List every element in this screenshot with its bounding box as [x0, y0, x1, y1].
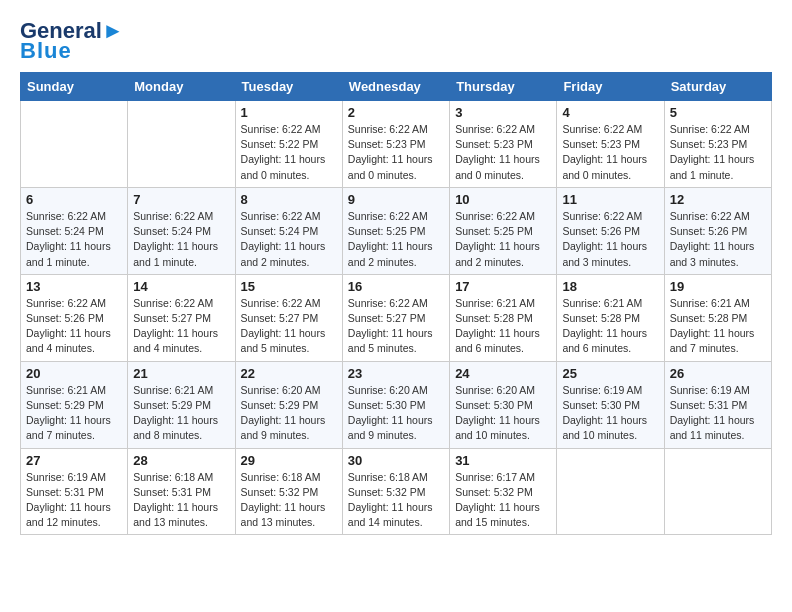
- calendar-header-monday: Monday: [128, 73, 235, 101]
- day-number: 13: [26, 279, 122, 294]
- calendar-cell: 11Sunrise: 6:22 AM Sunset: 5:26 PM Dayli…: [557, 187, 664, 274]
- calendar-cell: 8Sunrise: 6:22 AM Sunset: 5:24 PM Daylig…: [235, 187, 342, 274]
- calendar-cell: 12Sunrise: 6:22 AM Sunset: 5:26 PM Dayli…: [664, 187, 771, 274]
- calendar-cell: 28Sunrise: 6:18 AM Sunset: 5:31 PM Dayli…: [128, 448, 235, 535]
- day-number: 9: [348, 192, 444, 207]
- day-info: Sunrise: 6:22 AM Sunset: 5:25 PM Dayligh…: [348, 209, 444, 270]
- calendar-header-thursday: Thursday: [450, 73, 557, 101]
- day-info: Sunrise: 6:22 AM Sunset: 5:23 PM Dayligh…: [455, 122, 551, 183]
- calendar-cell: 10Sunrise: 6:22 AM Sunset: 5:25 PM Dayli…: [450, 187, 557, 274]
- day-info: Sunrise: 6:21 AM Sunset: 5:29 PM Dayligh…: [133, 383, 229, 444]
- day-info: Sunrise: 6:19 AM Sunset: 5:30 PM Dayligh…: [562, 383, 658, 444]
- calendar-header-saturday: Saturday: [664, 73, 771, 101]
- calendar-cell: 27Sunrise: 6:19 AM Sunset: 5:31 PM Dayli…: [21, 448, 128, 535]
- logo: General► Blue: [20, 20, 124, 64]
- day-number: 14: [133, 279, 229, 294]
- day-number: 26: [670, 366, 766, 381]
- day-info: Sunrise: 6:21 AM Sunset: 5:29 PM Dayligh…: [26, 383, 122, 444]
- calendar-header-friday: Friday: [557, 73, 664, 101]
- calendar-cell: 6Sunrise: 6:22 AM Sunset: 5:24 PM Daylig…: [21, 187, 128, 274]
- calendar-cell: 4Sunrise: 6:22 AM Sunset: 5:23 PM Daylig…: [557, 101, 664, 188]
- day-info: Sunrise: 6:22 AM Sunset: 5:27 PM Dayligh…: [348, 296, 444, 357]
- day-number: 29: [241, 453, 337, 468]
- day-info: Sunrise: 6:22 AM Sunset: 5:24 PM Dayligh…: [133, 209, 229, 270]
- calendar-header-wednesday: Wednesday: [342, 73, 449, 101]
- day-number: 4: [562, 105, 658, 120]
- calendar-cell: 25Sunrise: 6:19 AM Sunset: 5:30 PM Dayli…: [557, 361, 664, 448]
- day-info: Sunrise: 6:21 AM Sunset: 5:28 PM Dayligh…: [455, 296, 551, 357]
- day-number: 22: [241, 366, 337, 381]
- calendar-cell: 23Sunrise: 6:20 AM Sunset: 5:30 PM Dayli…: [342, 361, 449, 448]
- logo-blue: Blue: [20, 38, 72, 64]
- day-number: 28: [133, 453, 229, 468]
- day-info: Sunrise: 6:22 AM Sunset: 5:26 PM Dayligh…: [670, 209, 766, 270]
- day-info: Sunrise: 6:22 AM Sunset: 5:23 PM Dayligh…: [562, 122, 658, 183]
- day-number: 17: [455, 279, 551, 294]
- day-number: 15: [241, 279, 337, 294]
- calendar-cell: 22Sunrise: 6:20 AM Sunset: 5:29 PM Dayli…: [235, 361, 342, 448]
- day-info: Sunrise: 6:22 AM Sunset: 5:25 PM Dayligh…: [455, 209, 551, 270]
- day-info: Sunrise: 6:22 AM Sunset: 5:27 PM Dayligh…: [133, 296, 229, 357]
- day-info: Sunrise: 6:19 AM Sunset: 5:31 PM Dayligh…: [670, 383, 766, 444]
- calendar-header-tuesday: Tuesday: [235, 73, 342, 101]
- day-info: Sunrise: 6:20 AM Sunset: 5:30 PM Dayligh…: [455, 383, 551, 444]
- day-number: 31: [455, 453, 551, 468]
- calendar-table: SundayMondayTuesdayWednesdayThursdayFrid…: [20, 72, 772, 535]
- day-number: 19: [670, 279, 766, 294]
- day-number: 7: [133, 192, 229, 207]
- calendar-cell: 26Sunrise: 6:19 AM Sunset: 5:31 PM Dayli…: [664, 361, 771, 448]
- calendar-header-row: SundayMondayTuesdayWednesdayThursdayFrid…: [21, 73, 772, 101]
- day-number: 20: [26, 366, 122, 381]
- calendar-cell: [664, 448, 771, 535]
- day-info: Sunrise: 6:22 AM Sunset: 5:23 PM Dayligh…: [348, 122, 444, 183]
- calendar-week-row: 20Sunrise: 6:21 AM Sunset: 5:29 PM Dayli…: [21, 361, 772, 448]
- day-info: Sunrise: 6:20 AM Sunset: 5:30 PM Dayligh…: [348, 383, 444, 444]
- day-number: 10: [455, 192, 551, 207]
- day-number: 1: [241, 105, 337, 120]
- day-number: 6: [26, 192, 122, 207]
- day-number: 16: [348, 279, 444, 294]
- day-info: Sunrise: 6:22 AM Sunset: 5:24 PM Dayligh…: [241, 209, 337, 270]
- calendar-cell: 7Sunrise: 6:22 AM Sunset: 5:24 PM Daylig…: [128, 187, 235, 274]
- calendar-cell: [128, 101, 235, 188]
- calendar-week-row: 1Sunrise: 6:22 AM Sunset: 5:22 PM Daylig…: [21, 101, 772, 188]
- calendar-cell: 18Sunrise: 6:21 AM Sunset: 5:28 PM Dayli…: [557, 274, 664, 361]
- day-number: 11: [562, 192, 658, 207]
- day-info: Sunrise: 6:19 AM Sunset: 5:31 PM Dayligh…: [26, 470, 122, 531]
- calendar-cell: 31Sunrise: 6:17 AM Sunset: 5:32 PM Dayli…: [450, 448, 557, 535]
- calendar-cell: 29Sunrise: 6:18 AM Sunset: 5:32 PM Dayli…: [235, 448, 342, 535]
- day-number: 27: [26, 453, 122, 468]
- day-info: Sunrise: 6:17 AM Sunset: 5:32 PM Dayligh…: [455, 470, 551, 531]
- day-number: 5: [670, 105, 766, 120]
- calendar-cell: 21Sunrise: 6:21 AM Sunset: 5:29 PM Dayli…: [128, 361, 235, 448]
- calendar-cell: [557, 448, 664, 535]
- calendar-cell: 1Sunrise: 6:22 AM Sunset: 5:22 PM Daylig…: [235, 101, 342, 188]
- calendar-week-row: 6Sunrise: 6:22 AM Sunset: 5:24 PM Daylig…: [21, 187, 772, 274]
- calendar-cell: 3Sunrise: 6:22 AM Sunset: 5:23 PM Daylig…: [450, 101, 557, 188]
- day-info: Sunrise: 6:22 AM Sunset: 5:27 PM Dayligh…: [241, 296, 337, 357]
- day-number: 21: [133, 366, 229, 381]
- calendar-cell: 2Sunrise: 6:22 AM Sunset: 5:23 PM Daylig…: [342, 101, 449, 188]
- day-number: 2: [348, 105, 444, 120]
- calendar-cell: 9Sunrise: 6:22 AM Sunset: 5:25 PM Daylig…: [342, 187, 449, 274]
- day-info: Sunrise: 6:22 AM Sunset: 5:26 PM Dayligh…: [26, 296, 122, 357]
- calendar-cell: 19Sunrise: 6:21 AM Sunset: 5:28 PM Dayli…: [664, 274, 771, 361]
- calendar-cell: 16Sunrise: 6:22 AM Sunset: 5:27 PM Dayli…: [342, 274, 449, 361]
- calendar-cell: 24Sunrise: 6:20 AM Sunset: 5:30 PM Dayli…: [450, 361, 557, 448]
- calendar-cell: 15Sunrise: 6:22 AM Sunset: 5:27 PM Dayli…: [235, 274, 342, 361]
- calendar-week-row: 13Sunrise: 6:22 AM Sunset: 5:26 PM Dayli…: [21, 274, 772, 361]
- page-header: General► Blue: [20, 20, 772, 64]
- calendar-cell: 13Sunrise: 6:22 AM Sunset: 5:26 PM Dayli…: [21, 274, 128, 361]
- calendar-cell: 30Sunrise: 6:18 AM Sunset: 5:32 PM Dayli…: [342, 448, 449, 535]
- day-number: 8: [241, 192, 337, 207]
- day-number: 24: [455, 366, 551, 381]
- day-number: 3: [455, 105, 551, 120]
- day-info: Sunrise: 6:21 AM Sunset: 5:28 PM Dayligh…: [670, 296, 766, 357]
- day-number: 30: [348, 453, 444, 468]
- day-info: Sunrise: 6:18 AM Sunset: 5:31 PM Dayligh…: [133, 470, 229, 531]
- calendar-cell: 17Sunrise: 6:21 AM Sunset: 5:28 PM Dayli…: [450, 274, 557, 361]
- day-info: Sunrise: 6:22 AM Sunset: 5:24 PM Dayligh…: [26, 209, 122, 270]
- calendar-cell: [21, 101, 128, 188]
- day-number: 23: [348, 366, 444, 381]
- day-info: Sunrise: 6:22 AM Sunset: 5:22 PM Dayligh…: [241, 122, 337, 183]
